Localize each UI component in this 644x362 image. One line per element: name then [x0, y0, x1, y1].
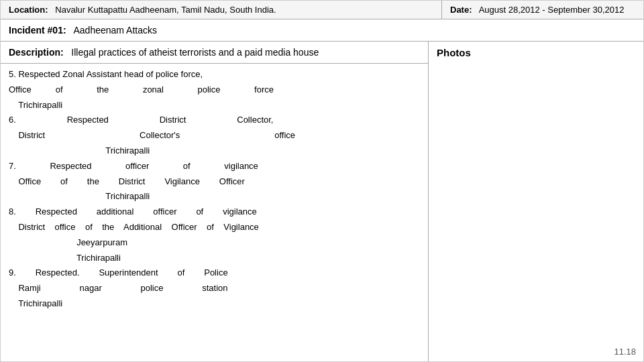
incident-title: Aadheenam Attacks	[74, 25, 158, 36]
description-text: Illegal practices of atheist terrorists …	[71, 47, 319, 58]
list-item: 7. Respected officer of vigilance	[9, 160, 420, 174]
list-item: Trichirapalli	[9, 144, 420, 158]
page-container: Location: Navalur Kuttapattu Aadheenam, …	[0, 0, 644, 362]
description-header: Description: Illegal practices of atheis…	[1, 42, 428, 64]
header-date: Date: August 28,2012 - September 30,2012	[442, 1, 643, 19]
header-row: Location: Navalur Kuttapattu Aadheenam, …	[1, 1, 643, 19]
list-item: Ramji nagar police station	[9, 282, 420, 296]
list-item: 5. Respected Zonal Assistant head of pol…	[9, 68, 420, 82]
list-item: Trichirapalli	[9, 251, 420, 265]
list-item: Office of the zonal police force	[9, 83, 420, 97]
list-item: Trichirapalli	[9, 99, 420, 113]
list-item: Trichirapalli	[9, 190, 420, 204]
list-item: District office of the Additional Office…	[9, 221, 420, 235]
location-label: Location:	[9, 5, 48, 15]
page-number: 11.18	[614, 347, 636, 357]
header-location: Location: Navalur Kuttapattu Aadheenam, …	[1, 1, 442, 19]
date-value: August 28,2012 - September 30,2012	[479, 5, 625, 15]
location-value: Navalur Kuttapattu Aadheenam, Tamil Nadu…	[55, 5, 276, 15]
incident-label: Incident #01:	[9, 25, 66, 36]
list-item: Trichirapalli	[9, 297, 420, 311]
date-label: Date:	[450, 5, 472, 15]
list-item: Office of the District Vigilance Officer	[9, 175, 420, 189]
list-item: 8. Respected additional officer of vigil…	[9, 205, 420, 219]
content-row: Description: Illegal practices of atheis…	[1, 42, 643, 361]
description-label: Description:	[9, 47, 64, 58]
photos-col: Photos	[429, 42, 643, 361]
description-body: 5. Respected Zonal Assistant head of pol…	[1, 64, 428, 316]
list-item: 9. Respected. Superintendent of Police	[9, 266, 420, 280]
list-item: Jeeyarpuram	[9, 236, 420, 250]
description-col: Description: Illegal practices of atheis…	[1, 42, 429, 361]
photos-header: Photos	[437, 47, 635, 58]
list-item: District Collector's office	[9, 129, 420, 143]
list-item: 6. Respected District Collector,	[9, 113, 420, 127]
incident-row: Incident #01: Aadheenam Attacks	[1, 19, 643, 42]
